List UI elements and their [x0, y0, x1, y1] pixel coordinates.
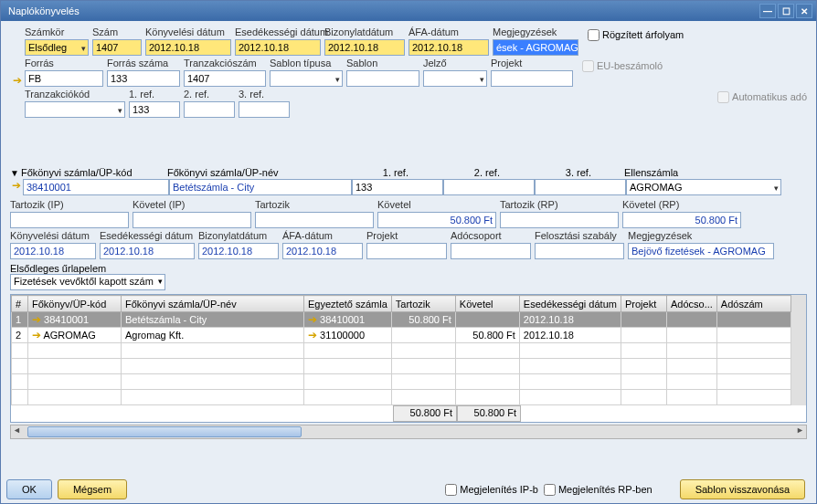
- projekt2-input[interactable]: [366, 243, 447, 259]
- forras-input[interactable]: FB: [25, 70, 103, 87]
- grid-vscroll[interactable]: [791, 295, 806, 405]
- sablon-visszavonasa-button[interactable]: Sablon visszavonása: [680, 479, 805, 499]
- ado-input[interactable]: [451, 243, 531, 259]
- acc-ref2-label: 2. ref.: [441, 167, 533, 178]
- col-esed[interactable]: Esedékességi dátum: [519, 296, 621, 312]
- grid-hscroll[interactable]: [10, 425, 807, 439]
- rogzitett-checkbox[interactable]: [588, 29, 599, 41]
- col-proj[interactable]: Projekt: [621, 296, 666, 312]
- ref3-input[interactable]: [239, 101, 290, 118]
- megj-rp-checkbox[interactable]: [544, 484, 556, 496]
- eseddatum-label: Esedékességi dátum: [235, 26, 321, 39]
- cancel-button[interactable]: Mégsem: [58, 479, 127, 499]
- maximize-button[interactable]: ☐: [778, 4, 794, 18]
- forrsz-input[interactable]: 133: [107, 70, 180, 87]
- acc-drill-icon[interactable]: ➔: [10, 179, 23, 192]
- felo-label: Felosztási szabály: [535, 230, 624, 243]
- megj-rp-label: Megjelenítés RP-ben: [558, 484, 653, 495]
- megj2-input[interactable]: Bejövő fizetések - AGROMAG: [628, 243, 774, 259]
- row-drill-icon[interactable]: ➔: [308, 313, 317, 326]
- tartozik-ip-label: Tartozik (IP): [10, 199, 129, 212]
- content-area: SzámkörElsődleg Szám1407 Könyvelési dátu…: [1, 21, 816, 476]
- primary-form-select[interactable]: Fizetések vevőktől kapott szám: [10, 274, 165, 290]
- acc-ref1-input[interactable]: 133: [352, 179, 443, 195]
- primary-form-label: Elsődleges űrlapelem: [10, 263, 807, 274]
- col-fk[interactable]: Főkönyv/ÜP-kód: [28, 296, 122, 312]
- acc-ref3-label: 3. ref.: [533, 167, 624, 178]
- szamkor-input[interactable]: Elsődleg: [25, 39, 89, 56]
- table-row[interactable]: 2 ➔ AGROMAG Agromag Kft. ➔ 31100000 50.8…: [12, 328, 791, 343]
- sabltip-input[interactable]: [270, 70, 343, 87]
- ref2-input[interactable]: [184, 101, 235, 118]
- close-button[interactable]: ✕: [796, 4, 812, 18]
- jelzo-input[interactable]: [423, 70, 487, 87]
- szam-input[interactable]: 1407: [92, 39, 142, 56]
- ellen-input[interactable]: AGROMAG: [626, 179, 781, 195]
- megj-input[interactable]: ések - AGROMAG: [493, 39, 578, 56]
- fk-kod-input[interactable]: 38410001: [23, 179, 169, 195]
- drill-arrow-icon[interactable]: ➔: [13, 74, 22, 87]
- sablon-input[interactable]: [346, 70, 419, 87]
- kovetel-ip-input[interactable]: [133, 212, 251, 228]
- megj2-label: Megjegyzések: [628, 230, 774, 243]
- tartozik-label: Tartozik: [255, 199, 374, 212]
- col-egy[interactable]: Egyeztető számla: [304, 296, 392, 312]
- felo-input[interactable]: [535, 243, 624, 259]
- row-drill-icon[interactable]: ➔: [308, 329, 317, 341]
- window-title: Naplókönyvelés: [5, 5, 758, 16]
- tartozik-rp-input[interactable]: [500, 212, 619, 228]
- bizdatum-input[interactable]: 2012.10.18: [324, 39, 405, 56]
- projekt-input[interactable]: [491, 70, 573, 87]
- row-drill-icon[interactable]: ➔: [32, 313, 41, 326]
- table-row[interactable]: [12, 374, 791, 390]
- col-ado[interactable]: Adócso...: [666, 296, 716, 312]
- tartozik-input[interactable]: [255, 212, 374, 228]
- szamkor-label: Számkör: [25, 26, 89, 39]
- fk-nev-input[interactable]: Betétszámla - City: [169, 179, 352, 195]
- tkod-input[interactable]: [25, 101, 125, 118]
- kovetel-rp-label: Követel (RP): [622, 199, 741, 212]
- projekt2-label: Projekt: [366, 230, 447, 243]
- kovetel-rp-input[interactable]: 50.800 Ft: [622, 212, 741, 228]
- table-row[interactable]: [12, 359, 791, 374]
- eseddatum-input[interactable]: 2012.10.18: [235, 39, 321, 56]
- ref2-label: 2. ref.: [184, 89, 235, 101]
- eub-label: EU-beszámoló: [597, 60, 663, 71]
- acc-ref3-input[interactable]: [535, 179, 626, 195]
- titlebar: Naplókönyvelés — ☐ ✕: [1, 1, 816, 21]
- esed2-input[interactable]: 2012.10.18: [100, 243, 195, 259]
- col-fn[interactable]: Főkönyvi számla/ÜP-név: [122, 296, 304, 312]
- collapse-icon[interactable]: ▼: [10, 168, 19, 178]
- col-tar[interactable]: Tartozik: [391, 296, 455, 312]
- biz2-input[interactable]: 2012.10.18: [198, 243, 279, 259]
- ok-button[interactable]: OK: [6, 479, 52, 499]
- sablon-label: Sablon: [346, 58, 419, 70]
- col-kov[interactable]: Követel: [455, 296, 519, 312]
- konyv2-input[interactable]: 2012.10.18: [10, 243, 96, 259]
- minimize-button[interactable]: —: [759, 4, 776, 18]
- projekt-label: Projekt: [491, 58, 573, 70]
- table-row[interactable]: 1 ➔ 38410001 Betétszámla - City ➔ 384100…: [12, 312, 791, 328]
- tkod-label: Tranzakciókód: [25, 89, 125, 101]
- table-row[interactable]: [12, 343, 791, 359]
- auto-ado-checkbox: [717, 91, 729, 103]
- ado-label: Adócsoport: [451, 230, 531, 243]
- kovetel-input[interactable]: 50.800 Ft: [377, 212, 496, 228]
- acc-ref2-input[interactable]: [443, 179, 535, 195]
- bizdatum-label: Bizonylatdátum: [324, 26, 405, 39]
- afa2-input[interactable]: 2012.10.18: [282, 243, 363, 259]
- kovetel-label: Követel: [377, 199, 496, 212]
- afadatum-input[interactable]: 2012.10.18: [408, 39, 489, 56]
- table-row[interactable]: [12, 390, 791, 405]
- col-num[interactable]: #: [12, 296, 28, 312]
- row-drill-icon[interactable]: ➔: [32, 329, 41, 341]
- kovetel-ip-label: Követel (IP): [133, 199, 251, 212]
- sum-kovetel: 50.800 Ft: [457, 405, 521, 422]
- ref1-input[interactable]: 133: [129, 101, 180, 118]
- konyvdatum-input[interactable]: 2012.10.18: [145, 39, 231, 56]
- col-adosz[interactable]: Adószám: [716, 296, 790, 312]
- transz-input[interactable]: 1407: [184, 70, 266, 87]
- auto-ado-label: Automatikus adó: [732, 91, 807, 102]
- megj-ip-checkbox[interactable]: [445, 484, 457, 496]
- tartozik-ip-input[interactable]: [10, 212, 129, 228]
